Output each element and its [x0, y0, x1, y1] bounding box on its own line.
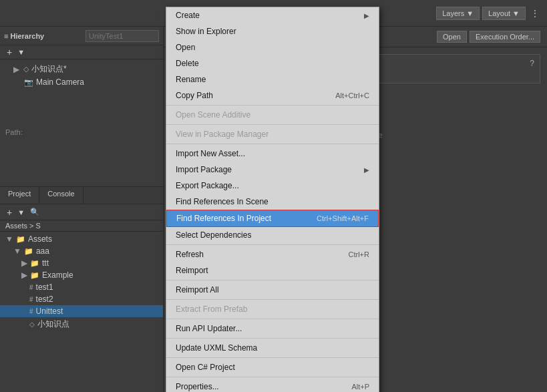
menu-separator-2 [166, 124, 379, 125]
menu-separator-4 [166, 244, 379, 245]
menu-item-run-api[interactable]: Run API Updater... [166, 321, 379, 337]
menu-item-open-scene: Open Scene Additive [166, 107, 379, 123]
menu-item-properties[interactable]: Properties... Alt+P [166, 379, 379, 392]
menu-properties-label: Properties... [176, 382, 219, 391]
menu-item-reimport-all[interactable]: Reimport All [166, 282, 379, 298]
menu-item-export-package[interactable]: Export Package... [166, 178, 379, 194]
menu-item-import-package[interactable]: Import Package ▶ [166, 162, 379, 178]
menu-separator-8 [166, 338, 379, 339]
context-menu-overlay: Create ▶ Show in Explorer Open Delete Re… [0, 0, 547, 392]
menu-find-refs-project-label: Find References In Project [176, 214, 271, 223]
menu-reimport-label: Reimport [176, 266, 208, 275]
menu-item-refresh[interactable]: Refresh Ctrl+R [166, 246, 379, 262]
menu-find-refs-project-shortcut: Ctrl+Shift+Alt+F [317, 214, 369, 222]
menu-properties-shortcut: Alt+P [351, 383, 369, 391]
menu-separator-6 [166, 299, 379, 300]
menu-separator-3 [166, 144, 379, 144]
menu-rename-label: Rename [176, 75, 206, 84]
menu-item-view-package: View in Package Manager [166, 126, 379, 142]
menu-item-find-refs-project[interactable]: Find References In Project Ctrl+Shift+Al… [166, 210, 379, 227]
menu-item-copy-path[interactable]: Copy Path Alt+Ctrl+C [166, 87, 379, 104]
menu-open-scene-label: Open Scene Additive [176, 110, 250, 120]
menu-separator-5 [166, 280, 379, 280]
menu-open-csharp-label: Open C# Project [176, 363, 235, 372]
menu-delete-label: Delete [176, 59, 199, 68]
menu-item-create[interactable]: Create ▶ [166, 7, 379, 23]
menu-copy-path-shortcut: Alt+Ctrl+C [335, 91, 369, 100]
menu-item-delete[interactable]: Delete [166, 55, 379, 71]
menu-update-uxml-label: Update UXML Schema [176, 343, 257, 353]
menu-copy-path-label: Copy Path [176, 91, 213, 100]
menu-item-rename[interactable]: Rename [166, 71, 379, 87]
menu-show-explorer-label: Show in Explorer [176, 27, 236, 36]
menu-open-label: Open [176, 43, 195, 52]
menu-item-select-deps[interactable]: Select Dependencies [166, 227, 379, 243]
menu-create-arrow: ▶ [364, 12, 369, 19]
menu-import-package-arrow: ▶ [364, 166, 369, 174]
menu-refresh-shortcut: Ctrl+R [349, 250, 369, 258]
menu-item-update-uxml[interactable]: Update UXML Schema [166, 340, 379, 356]
menu-export-package-label: Export Package... [176, 181, 239, 190]
menu-run-api-label: Run API Updater... [176, 324, 242, 333]
menu-separator-1 [166, 105, 379, 106]
menu-select-deps-label: Select Dependencies [176, 230, 251, 240]
menu-item-extract-prefab: Extract From Prefab [166, 301, 379, 317]
menu-separator-10 [166, 377, 379, 377]
menu-view-package-label: View in Package Manager [176, 130, 268, 139]
menu-create-label: Create [176, 11, 200, 20]
menu-item-import-asset[interactable]: Import New Asset... [166, 146, 379, 162]
menu-item-reimport[interactable]: Reimport [166, 262, 379, 278]
menu-reimport-all-label: Reimport All [176, 285, 219, 295]
menu-import-package-label: Import Package [176, 165, 232, 174]
menu-import-asset-label: Import New Asset... [176, 149, 245, 158]
menu-find-refs-scene-label: Find References In Scene [176, 197, 268, 206]
menu-item-open[interactable]: Open [166, 39, 379, 55]
menu-refresh-label: Refresh [176, 250, 204, 259]
menu-extract-prefab-label: Extract From Prefab [176, 305, 247, 314]
menu-item-find-refs-scene[interactable]: Find References In Scene [166, 194, 379, 210]
menu-separator-7 [166, 319, 379, 319]
context-menu: Create ▶ Show in Explorer Open Delete Re… [166, 7, 379, 392]
menu-separator-9 [166, 357, 379, 358]
menu-item-show-explorer[interactable]: Show in Explorer [166, 23, 379, 39]
menu-item-open-csharp[interactable]: Open C# Project [166, 359, 379, 375]
